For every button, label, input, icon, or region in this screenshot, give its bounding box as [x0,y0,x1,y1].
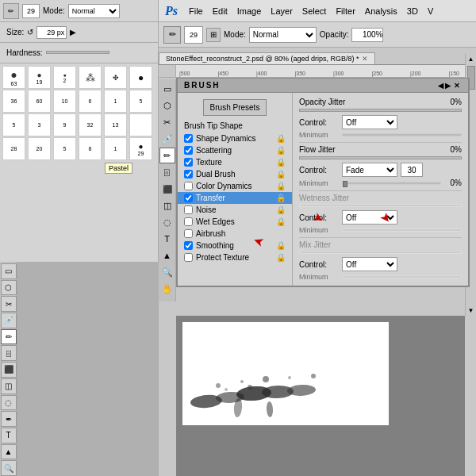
size-box[interactable]: 29 [22,4,40,18]
minimum-slider-2[interactable] [342,182,441,185]
menu-layer[interactable]: Layer [266,5,298,17]
preset-cell-9[interactable]: 10 [53,90,76,113]
cb-scattering[interactable] [184,146,193,155]
doc-tab[interactable]: StoneEffect_reconstruct_2.psd @ 80% (age… [159,52,375,64]
minimum-slider-1[interactable] [342,133,462,136]
brush-presets-btn[interactable]: Brush Presets [203,99,267,116]
tool-gradient[interactable]: ◫ [1,378,17,394]
brush-option-shape-dynamics[interactable]: Shape Dynamics 🔒 [178,132,292,144]
ps-tool-hand[interactable]: ✋ [159,281,175,297]
preset-cell-17[interactable]: 13 [104,113,127,136]
cb-protect-texture[interactable] [184,253,193,262]
tab-close[interactable]: ✕ [362,55,368,63]
ps-tool-path2[interactable]: ▲ [159,248,175,263]
tool-text[interactable]: T [1,428,17,443]
ps-mode-select[interactable]: Normal [249,27,317,43]
preset-cell-21[interactable]: 5 [53,137,76,160]
brush-option-wet-edges[interactable]: Wet Edges 🔒 [178,216,292,228]
preset-cell-2[interactable]: ● 19 [28,66,51,89]
brush-option-color-dynamics[interactable]: Color Dynamics 🔒 [178,180,292,192]
preset-cell-11[interactable]: 1 [104,90,127,113]
preset-cell-7[interactable]: 36 [2,90,25,113]
ps-tool-gradient2[interactable]: ◫ [159,198,175,213]
tool-dodge[interactable]: ◌ [1,395,17,411]
cb-transfer[interactable] [184,194,193,202]
menu-image[interactable]: Image [232,5,267,17]
preset-cell-22[interactable]: 8 [79,137,102,160]
tool-eraser[interactable]: ⬛ [1,362,17,378]
tool-crop[interactable]: ✂ [1,296,17,312]
tool-eyedrop[interactable]: 💉 [1,313,17,328]
brush-option-noise[interactable]: Noise 🔒 [178,204,292,216]
panel-collapse[interactable]: ◀▶ [438,82,452,90]
preset-cell-15[interactable]: 9 [53,113,76,136]
ps-tool-dodge2[interactable]: ◌ [159,214,175,230]
cb-wet-edges[interactable] [184,217,193,226]
tool-zoom[interactable]: 🔍 [1,460,17,476]
mode-dropdown[interactable]: Normal [68,4,120,18]
menu-filter[interactable]: Filter [331,5,359,17]
ps-tool-brush2[interactable]: ✏ [159,148,175,163]
brush-option-airbrush[interactable]: Airbrush [178,228,292,240]
menu-edit[interactable]: Edit [208,5,232,17]
brush-option-smoothing[interactable]: Smoothing 🔒 [178,240,292,251]
control-dropdown-1[interactable]: Off [342,115,397,129]
brush-option-tip[interactable]: Brush Tip Shape [178,119,292,132]
ps-tool-crop2[interactable]: ✂ [159,114,175,130]
ps-opacity-input[interactable] [351,28,383,42]
ps-tool-magic[interactable]: ⬡ [159,98,175,113]
cb-texture[interactable] [184,158,193,167]
size-arrow[interactable]: ▶ [70,28,76,36]
preset-cell-20[interactable]: 20 [28,137,51,160]
control-dropdown-2[interactable]: Fade [342,163,397,177]
preset-cell-12[interactable]: 5 [129,90,152,113]
preset-cell-13[interactable]: 5 [2,113,25,136]
ps-brush-icon[interactable]: ✏ [163,26,181,44]
tool-brush[interactable]: ✏ [1,329,17,345]
cb-smoothing[interactable] [184,241,193,250]
tool-icon-1[interactable]: ✏ [3,3,19,19]
brush-option-transfer[interactable]: Transfer 🔒 [178,192,292,204]
cb-noise[interactable] [184,205,193,214]
cb-airbrush[interactable] [184,229,193,238]
tool-stamp[interactable]: ⌻ [1,345,17,361]
tool-rect[interactable]: ▭ [1,263,17,279]
ps-tool-text2[interactable]: T [159,231,175,247]
preset-cell-10[interactable]: 6 [79,90,102,113]
brush-option-protect-texture[interactable]: Protect Texture 🔒 [178,251,292,263]
menu-v[interactable]: V [423,5,438,17]
cb-color-dynamics[interactable] [184,182,193,190]
ps-size-icon[interactable]: ⊞ [206,28,221,42]
scroll-up[interactable]: ▲ [466,54,476,64]
preset-cell-14[interactable]: 3 [28,113,51,136]
ps-tool-stamp2[interactable]: ⌻ [159,164,175,180]
size-refresh-icon[interactable]: ↺ [27,28,33,36]
preset-cell-1[interactable]: ● 63 [2,66,25,89]
hardness-slider[interactable] [46,51,109,54]
preset-cell-23[interactable]: 1 Pastel [104,137,127,160]
tool-lasso[interactable]: ⬡ [1,280,17,296]
preset-cell-4[interactable]: ⁂ [79,66,102,89]
opacity-jitter-slider[interactable] [299,109,462,112]
preset-cell-24[interactable]: ● 29 [129,137,152,160]
size-value-display[interactable]: 29 px [36,26,67,39]
preset-cell-18[interactable] [129,113,152,136]
flow-jitter-slider[interactable] [299,156,462,159]
ps-brush-size-area[interactable]: 29 [184,26,203,44]
preset-cell-8[interactable]: 60 [28,90,51,113]
brush-option-texture[interactable]: Texture 🔒 [178,156,292,168]
fade-value-input[interactable] [401,163,423,177]
tool-pen[interactable]: ✒ [1,411,17,427]
ps-tool-eraser2[interactable]: ⬛ [159,181,175,197]
menu-select[interactable]: Select [298,5,332,17]
panel-close[interactable]: ✕ [454,82,462,90]
preset-cell-19[interactable]: 28 [2,137,25,160]
tool-path[interactable]: ▲ [1,444,17,460]
preset-cell-6[interactable]: ● [129,66,152,89]
cb-shape-dynamics[interactable] [184,134,193,143]
menu-3d[interactable]: 3D [402,5,423,17]
control-dropdown-4[interactable]: Off [342,257,397,271]
ps-tool-select[interactable]: ▭ [159,81,175,97]
preset-cell-5[interactable]: ✤ [104,66,127,89]
preset-cell-16[interactable]: 32 [79,113,102,136]
